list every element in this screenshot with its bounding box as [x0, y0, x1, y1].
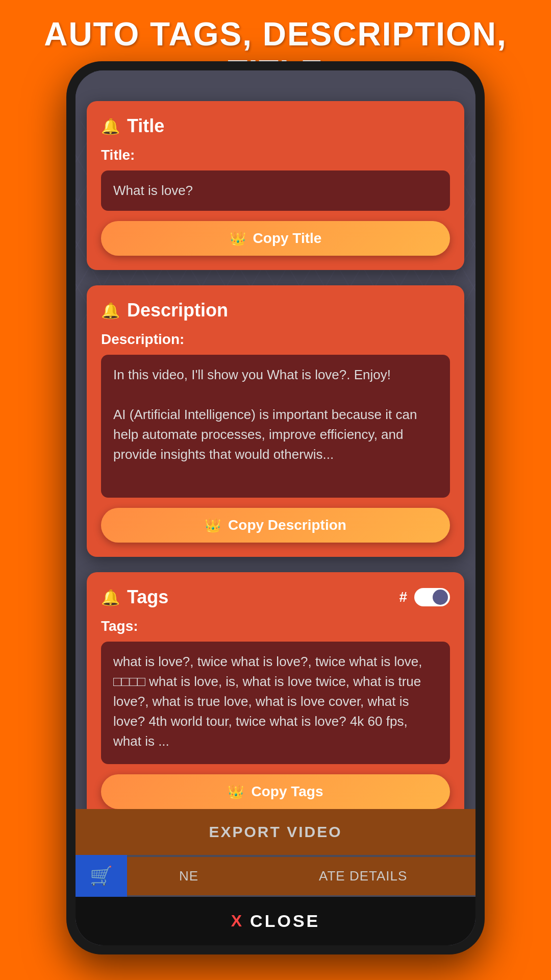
title-field-value: What is love?	[101, 170, 450, 211]
copy-tags-button[interactable]: 👑 Copy Tags	[101, 774, 450, 809]
cart-icon: 🛒	[90, 865, 113, 887]
title-panel-heading: Title	[127, 115, 164, 137]
tags-panel: 🔔 Tags # Tags: what is love?, twice what…	[87, 572, 464, 823]
title-panel: 🔔 Title Title: What is love? 👑 Copy Titl…	[87, 101, 464, 270]
toggle-knob	[433, 590, 448, 605]
crown-icon-desc: 👑	[205, 518, 221, 533]
export-label: EXPORT VIDEO	[209, 823, 342, 840]
tags-toggle[interactable]	[414, 588, 450, 606]
desc-field-value: In this video, I'll show you What is lov…	[101, 355, 450, 498]
tags-bell-icon: 🔔	[101, 589, 120, 606]
close-x-icon: X	[231, 912, 242, 930]
cart-icon-box[interactable]: 🛒	[76, 855, 127, 897]
title-field-label: Title:	[101, 147, 450, 163]
nav-detail-left[interactable]: NE	[127, 857, 251, 895]
copy-description-label: Copy Description	[228, 517, 346, 533]
copy-title-button[interactable]: 👑 Copy Title	[101, 221, 450, 256]
desc-bell-icon: 🔔	[101, 302, 120, 320]
desc-field-label: Description:	[101, 331, 450, 348]
hash-label: #	[399, 589, 407, 605]
tags-panel-heading: Tags	[127, 586, 168, 608]
copy-tags-label: Copy Tags	[251, 783, 323, 800]
phone-frame: H⁵INE e is thearketing 🔔 Title Title: Wh…	[66, 61, 485, 954]
close-label: CLOSE	[250, 911, 320, 931]
bottom-nav-row: 🛒 NE ATE DETAILS	[76, 855, 475, 897]
nav-detail-right[interactable]: ATE DETAILS	[251, 857, 475, 895]
copy-description-button[interactable]: 👑 Copy Description	[101, 508, 450, 543]
desc-panel-heading: Description	[127, 300, 228, 321]
crown-icon-tags: 👑	[228, 784, 244, 800]
crown-icon-title: 👑	[230, 231, 246, 247]
description-panel: 🔔 Description Description: In this video…	[87, 285, 464, 557]
title-bell-icon: 🔔	[101, 117, 120, 135]
bottom-bar: EXPORT VIDEO 🛒 NE ATE DETAILS	[76, 809, 475, 945]
tags-field-label: Tags:	[101, 618, 450, 634]
copy-title-label: Copy Title	[253, 230, 322, 247]
export-video-button[interactable]: EXPORT VIDEO	[76, 809, 475, 855]
close-button[interactable]: X CLOSE	[76, 897, 475, 945]
tags-field-value: what is love?, twice what is love?, twic…	[101, 642, 450, 764]
